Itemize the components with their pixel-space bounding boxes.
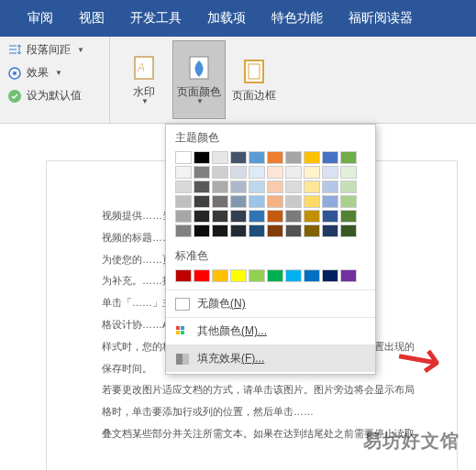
color-swatch[interactable] bbox=[304, 180, 320, 193]
color-swatch[interactable] bbox=[340, 180, 357, 193]
color-swatch[interactable] bbox=[340, 151, 357, 164]
tab-developer[interactable]: 开发工具 bbox=[130, 10, 182, 27]
color-swatch[interactable] bbox=[175, 166, 192, 179]
set-default-button[interactable]: 设为默认值 bbox=[7, 88, 102, 104]
color-swatch[interactable] bbox=[212, 195, 228, 208]
color-swatch[interactable] bbox=[230, 180, 247, 193]
color-swatch[interactable] bbox=[340, 195, 357, 208]
color-swatch[interactable] bbox=[340, 224, 357, 237]
color-swatch[interactable] bbox=[212, 269, 228, 282]
color-swatch[interactable] bbox=[175, 151, 192, 164]
doc-line: 若要更改图片适应文档的方式，请单击该图片。图片旁边将会显示布局 bbox=[102, 381, 438, 399]
color-swatch[interactable] bbox=[304, 224, 320, 237]
color-swatch[interactable] bbox=[249, 180, 265, 193]
color-swatch[interactable] bbox=[304, 269, 320, 282]
svg-text:A: A bbox=[137, 61, 145, 74]
color-swatch[interactable] bbox=[304, 195, 320, 208]
color-swatch[interactable] bbox=[267, 195, 283, 208]
color-swatch[interactable] bbox=[322, 224, 338, 237]
color-swatch[interactable] bbox=[322, 180, 338, 193]
other-colors-hotkey: (M)... bbox=[241, 324, 267, 337]
color-swatch[interactable] bbox=[230, 151, 247, 164]
color-swatch[interactable] bbox=[194, 180, 210, 193]
color-swatch[interactable] bbox=[212, 210, 228, 223]
effects-label: 效果 bbox=[27, 65, 49, 81]
check-icon bbox=[7, 89, 22, 104]
color-swatch[interactable] bbox=[322, 151, 338, 164]
color-swatch[interactable] bbox=[194, 269, 210, 282]
tab-addins[interactable]: 加载项 bbox=[207, 10, 246, 27]
color-swatch[interactable] bbox=[322, 210, 338, 223]
color-swatch[interactable] bbox=[230, 210, 247, 223]
color-swatch[interactable] bbox=[285, 180, 302, 193]
color-swatch[interactable] bbox=[285, 166, 302, 179]
color-swatch[interactable] bbox=[267, 210, 283, 223]
color-swatch[interactable] bbox=[212, 151, 228, 164]
fill-effects-icon bbox=[175, 352, 190, 366]
color-swatch[interactable] bbox=[249, 269, 265, 282]
color-swatch[interactable] bbox=[230, 166, 247, 179]
color-swatch[interactable] bbox=[340, 166, 357, 179]
color-swatch[interactable] bbox=[267, 269, 283, 282]
color-swatch[interactable] bbox=[267, 224, 283, 237]
color-swatch[interactable] bbox=[212, 180, 228, 193]
standard-colors-title: 标准色 bbox=[166, 243, 375, 268]
page-color-button[interactable]: 页面颜色▼ bbox=[172, 40, 226, 119]
color-swatch[interactable] bbox=[194, 195, 210, 208]
doc-line: 叠文档某些部分并关注所需文本。如果在达到结尾处之前需要停止读取 bbox=[102, 425, 438, 443]
color-swatch[interactable] bbox=[285, 151, 302, 164]
color-swatch[interactable] bbox=[285, 210, 302, 223]
tab-features[interactable]: 特色功能 bbox=[271, 10, 323, 27]
color-swatch[interactable] bbox=[230, 269, 247, 282]
color-swatch[interactable] bbox=[194, 166, 210, 179]
color-swatch[interactable] bbox=[194, 210, 210, 223]
color-swatch[interactable] bbox=[175, 224, 192, 237]
color-swatch[interactable] bbox=[304, 210, 320, 223]
svg-rect-10 bbox=[176, 331, 180, 334]
effects-icon bbox=[7, 66, 22, 81]
watermark-button[interactable]: A 水印▼ bbox=[117, 40, 171, 119]
color-swatch[interactable] bbox=[285, 269, 302, 282]
page-border-button[interactable]: 页面边框 bbox=[227, 40, 281, 119]
paragraph-spacing-button[interactable]: 段落间距 ▼ bbox=[7, 42, 102, 58]
svg-rect-11 bbox=[181, 331, 184, 334]
color-swatch[interactable] bbox=[340, 269, 357, 282]
svg-rect-8 bbox=[176, 326, 180, 330]
color-swatch[interactable] bbox=[267, 166, 283, 179]
color-swatch[interactable] bbox=[322, 269, 338, 282]
paragraph-spacing-icon bbox=[7, 43, 22, 58]
color-swatch[interactable] bbox=[267, 180, 283, 193]
color-swatch[interactable] bbox=[175, 195, 192, 208]
color-swatch[interactable] bbox=[304, 166, 320, 179]
color-swatch[interactable] bbox=[304, 151, 320, 164]
color-swatch[interactable] bbox=[249, 151, 265, 164]
color-swatch[interactable] bbox=[175, 180, 192, 193]
color-swatch[interactable] bbox=[285, 224, 302, 237]
color-swatch[interactable] bbox=[175, 210, 192, 223]
color-swatch[interactable] bbox=[285, 195, 302, 208]
effects-button[interactable]: 效果 ▼ bbox=[7, 65, 102, 81]
page-border-label: 页面边框 bbox=[232, 90, 276, 102]
color-swatch[interactable] bbox=[267, 151, 283, 164]
other-colors-item[interactable]: 其他颜色(M)... bbox=[166, 317, 375, 344]
tab-view[interactable]: 视图 bbox=[79, 10, 105, 27]
tab-foxit[interactable]: 福昕阅读器 bbox=[349, 10, 413, 27]
color-swatch[interactable] bbox=[322, 166, 338, 179]
color-swatch[interactable] bbox=[230, 224, 247, 237]
color-swatch[interactable] bbox=[230, 195, 247, 208]
fill-effects-item[interactable]: 填充效果(F)... bbox=[166, 344, 375, 372]
no-color-item[interactable]: 无颜色(N) bbox=[166, 290, 375, 317]
color-swatch[interactable] bbox=[194, 224, 210, 237]
color-swatch[interactable] bbox=[249, 210, 265, 223]
color-swatch[interactable] bbox=[249, 224, 265, 237]
color-swatch[interactable] bbox=[340, 210, 357, 223]
tab-review[interactable]: 审阅 bbox=[28, 10, 53, 27]
color-swatch[interactable] bbox=[249, 195, 265, 208]
color-swatch[interactable] bbox=[175, 269, 192, 282]
no-color-swatch-icon bbox=[175, 298, 190, 311]
color-swatch[interactable] bbox=[212, 166, 228, 179]
color-swatch[interactable] bbox=[194, 151, 210, 164]
color-swatch[interactable] bbox=[212, 224, 228, 237]
color-swatch[interactable] bbox=[322, 195, 338, 208]
color-swatch[interactable] bbox=[249, 166, 265, 179]
